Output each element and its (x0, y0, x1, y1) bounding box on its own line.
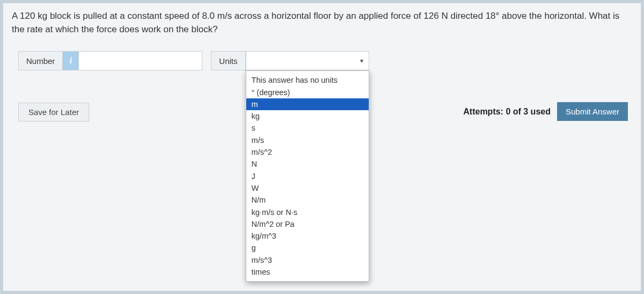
units-option[interactable]: kg (246, 110, 369, 122)
info-icon[interactable]: i (63, 51, 79, 70)
units-option[interactable]: s (246, 122, 369, 134)
units-select-wrap: ▾ This answer has no units° (degrees)mkg… (246, 51, 369, 70)
units-option[interactable]: m/s (246, 134, 369, 146)
question-prompt: A 120 kg block is pulled at a constant s… (12, 10, 632, 36)
units-select[interactable]: ▾ (246, 51, 369, 70)
units-option[interactable]: N/m^2 or Pa (246, 218, 369, 230)
units-option[interactable]: N/m (246, 194, 369, 206)
answer-input-row: Number i Units ▾ This answer has no unit… (18, 51, 632, 70)
number-input[interactable] (79, 51, 202, 70)
units-option[interactable]: m/s^2 (246, 146, 369, 158)
question-container: A 120 kg block is pulled at a constant s… (3, 3, 641, 291)
attempts-area: Attempts: 0 of 3 used Submit Answer (463, 102, 628, 121)
units-option[interactable]: m/s^3 (246, 254, 369, 266)
units-label: Units (211, 51, 245, 70)
units-option[interactable]: J (246, 170, 369, 182)
number-label: Number (18, 51, 63, 70)
save-for-later-button[interactable]: Save for Later (18, 103, 89, 121)
units-dropdown[interactable]: This answer has no units° (degrees)mkgsm… (246, 70, 369, 282)
units-option[interactable]: ° (degrees) (246, 87, 369, 98)
units-option[interactable]: times (246, 266, 369, 278)
units-option[interactable]: kg·m/s or N·s (246, 206, 369, 218)
units-option[interactable]: This answer has no units (246, 74, 369, 86)
submit-answer-button[interactable]: Submit Answer (557, 102, 628, 121)
units-option[interactable]: m (246, 98, 369, 110)
units-option[interactable]: kg/m^3 (246, 230, 369, 242)
attempts-text: Attempts: 0 of 3 used (463, 107, 551, 117)
units-option[interactable]: W (246, 182, 369, 194)
chevron-down-icon: ▾ (360, 57, 363, 64)
units-option[interactable]: g (246, 242, 369, 254)
units-option[interactable]: N (246, 158, 369, 170)
